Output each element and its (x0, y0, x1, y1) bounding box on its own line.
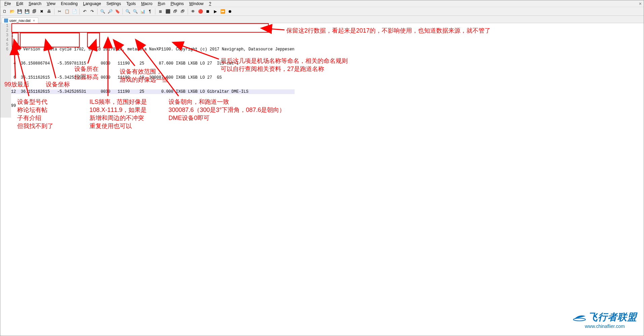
watermark-text: 飞行者联盟 (588, 311, 637, 324)
separator (155, 8, 155, 14)
function-list-icon[interactable]: 🗗 (180, 8, 186, 14)
replace-icon[interactable]: 🔎 (107, 8, 113, 14)
tab-close-icon[interactable]: × (32, 18, 36, 23)
close-all-icon[interactable]: ✖ (39, 8, 45, 14)
menu-help[interactable]: ? (206, 1, 214, 7)
file-icon (4, 18, 8, 23)
line-number: 2 (0, 28, 8, 33)
menu-file[interactable]: File (2, 1, 13, 7)
menu-edit[interactable]: Edit (13, 1, 26, 7)
line-number: 3 (0, 33, 8, 38)
tab-bar: user_nav.dat × (0, 16, 644, 23)
menu-settings[interactable]: Settings (104, 1, 123, 7)
stop-macro-icon[interactable]: ⏹ (205, 8, 211, 14)
menu-bar: File Edit Search View Encoding Language … (0, 0, 644, 7)
menu-view[interactable]: View (44, 1, 58, 7)
code-line: 12 36.151162615 -5.342526531 0030 11190 … (11, 89, 295, 94)
doc-map-icon[interactable]: 🗗 (172, 8, 178, 14)
monitor-icon[interactable]: 👁 (190, 8, 196, 14)
code-line: 99 (11, 103, 295, 108)
tab-user-nav-dat[interactable]: user_nav.dat × (2, 17, 38, 23)
menu-tools[interactable]: Tools (124, 1, 139, 7)
show-all-chars-icon[interactable]: ≣ (157, 8, 163, 14)
line-number: 6 (0, 47, 8, 52)
line-number: 5 (0, 42, 8, 47)
open-file-icon[interactable]: 📂 (9, 8, 15, 14)
menu-window[interactable]: Window (187, 1, 206, 7)
window-close-button[interactable]: × (639, 1, 642, 6)
zoom-out-icon[interactable]: 🔍 (132, 8, 138, 14)
separator (122, 8, 123, 14)
find-icon[interactable]: 🔍 (100, 8, 106, 14)
wordwrap-icon[interactable]: ¶ (147, 8, 153, 14)
zoom-in-icon[interactable]: 🔍 (125, 8, 131, 14)
copy-icon[interactable]: 📋 (64, 8, 70, 14)
toolbar: 🗋 📂 💾 💾 🗐 ✖ 🖶 ✂ 📋 📄 ↶ ↷ 🔍 🔎 🔖 🔍 🔍 📊 ¶ ≣ … (0, 7, 644, 16)
fast-play-icon[interactable]: ⏩ (220, 8, 226, 14)
redo-icon[interactable]: ↷ (89, 8, 95, 14)
save-macro-icon[interactable]: ⏺ (227, 8, 233, 14)
code-line: 1100 Version - data cycle 1702, build 20… (11, 47, 295, 52)
line-number: 4 (0, 38, 8, 42)
menu-run[interactable]: Run (155, 1, 168, 7)
code-line: 6 36.151162615 -5.342526531 0030 11190 1… (11, 75, 295, 80)
watermark: 飞行者联盟 www.chinaflier.com (573, 311, 637, 329)
line-number-gutter: 1 2 3 4 5 6 (0, 23, 11, 118)
watermark-url: www.chinaflier.com (573, 324, 637, 329)
tab-label: user_nav.dat (9, 18, 31, 23)
print-icon[interactable]: 🖶 (46, 8, 52, 14)
menu-encoding[interactable]: Encoding (58, 1, 80, 7)
code-content[interactable]: I 1100 Version - data cycle 1702, build … (11, 23, 295, 118)
paste-icon[interactable]: 📄 (71, 8, 77, 14)
separator (188, 8, 188, 14)
bookmark-icon[interactable]: 🔖 (114, 8, 120, 14)
separator (97, 8, 98, 14)
code-line: I (11, 33, 295, 38)
sync-icon[interactable]: 📊 (140, 8, 146, 14)
menu-language[interactable]: Language (80, 1, 104, 7)
new-file-icon[interactable]: 🗋 (2, 8, 8, 14)
separator (79, 8, 80, 14)
line-number: 1 (0, 24, 8, 28)
menu-search[interactable]: Search (26, 1, 44, 7)
close-icon[interactable]: 🗐 (31, 8, 37, 14)
save-all-icon[interactable]: 💾 (24, 8, 30, 14)
record-macro-icon[interactable]: 🔴 (197, 8, 203, 14)
play-macro-icon[interactable]: ▶ (212, 8, 218, 14)
code-line: 4 36.150886784 -5.359781315 0030 11190 2… (11, 61, 295, 66)
undo-icon[interactable]: ↶ (82, 8, 88, 14)
logo-wing-icon (573, 312, 586, 322)
menu-macro[interactable]: Macro (139, 1, 155, 7)
editor-area[interactable]: 1 2 3 4 5 6 I 1100 Version - data cycle … (0, 23, 644, 118)
menu-plugins[interactable]: Plugins (168, 1, 186, 7)
save-icon[interactable]: 💾 (16, 8, 23, 14)
separator (54, 8, 54, 14)
cut-icon[interactable]: ✂ (56, 8, 63, 14)
indent-guide-icon[interactable]: ⬛ (165, 8, 171, 14)
